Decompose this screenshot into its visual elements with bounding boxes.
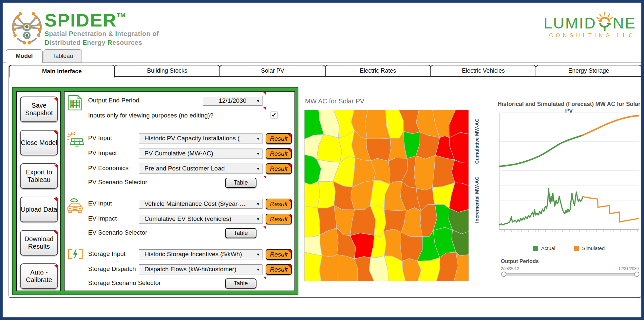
model-controls-panel: Output End Period 12/1/2030▼ Inputs only… — [64, 91, 295, 291]
chevron-down-icon: ▼ — [256, 99, 260, 103]
pv-impact-dropdown[interactable]: PV Cumulative (MW-AC)▼ — [139, 149, 262, 158]
slider-end-handle[interactable] — [634, 272, 639, 277]
brand-tagline-line1: Spatial Penetration & Integration of — [45, 29, 159, 38]
legend-swatch — [533, 246, 538, 251]
storage-input-dropdown[interactable]: Historic Storage Incentives ($/kWh)▼ — [139, 249, 262, 259]
control-panel: Save SnapshotClose ModelExport to Tablea… — [12, 87, 298, 295]
comment-indicator — [263, 107, 266, 110]
brand-text: SPIDERTM Spatial Penetration & Integrati… — [45, 11, 159, 47]
close-model-button[interactable]: Close Model — [20, 130, 58, 155]
chevron-down-icon: ▼ — [256, 252, 260, 257]
view-only-label: Inputs only for viewing purposes (no edi… — [88, 112, 213, 119]
comment-indicator — [54, 231, 57, 234]
view-only-checkbox[interactable] — [271, 112, 277, 118]
brand-name: SPIDERTM — [45, 11, 159, 29]
comment-indicator — [263, 277, 266, 280]
actual-series-line — [499, 135, 583, 167]
ev-impact-result-button[interactable]: Result — [266, 214, 292, 224]
comment-indicator — [54, 98, 57, 101]
button-label: Save Snapshot — [21, 102, 57, 117]
solar-panel-icon — [66, 132, 85, 149]
tab-electric-vehicles[interactable]: Electric Vehicles — [430, 65, 537, 77]
dropdown-value: Historic PV Capacity Installations (… — [144, 135, 246, 142]
pv-economics-dropdown[interactable]: Pre and Post Customer Load▼ — [139, 164, 262, 173]
map-region[interactable] — [304, 252, 322, 281]
tab-model[interactable]: Model — [6, 49, 43, 63]
button-label: Auto - Calibrate — [21, 269, 57, 284]
tab-main-interface[interactable]: Main Interface — [9, 65, 115, 78]
button-label: Close Model — [21, 139, 57, 147]
legend-label: Actual — [541, 245, 555, 251]
output-end-period-dropdown[interactable]: 12/1/2030▼ — [203, 96, 262, 106]
tab-energy-storage[interactable]: Energy Storage — [536, 65, 642, 77]
action-buttons-panel: Save SnapshotClose ModelExport to Tablea… — [16, 91, 61, 291]
storage-input-result-button[interactable]: Result — [266, 249, 292, 260]
storage-dispatch-result-button[interactable]: Result — [266, 264, 292, 275]
storage-scenario-selector-table-button[interactable]: Table — [225, 278, 256, 289]
map-region[interactable] — [417, 258, 440, 281]
download-results-button[interactable]: Download Results — [20, 230, 58, 256]
model-tab-content: Main InterfaceBuilding StocksSolar PVEle… — [9, 65, 641, 298]
tab-solar-pv[interactable]: Solar PV — [219, 65, 326, 77]
pv-economics-result-button[interactable]: Result — [266, 163, 292, 174]
comment-indicator — [288, 134, 291, 137]
tab-building-stocks[interactable]: Building Stocks — [114, 65, 220, 77]
ev-input-result-button[interactable]: Result — [266, 199, 292, 209]
pv-scenario-selector-label: PV Scenario Selector — [88, 179, 147, 186]
tab-row-divider — [3, 62, 641, 63]
legend-swatch — [574, 246, 579, 251]
dropdown-value: Pre and Post Customer Load — [144, 165, 225, 172]
comment-indicator — [54, 265, 57, 268]
comment-indicator — [54, 198, 57, 201]
export-to-tableau-button[interactable]: Export to Tableau — [20, 163, 58, 189]
pv-economics-label: PV Economics — [88, 165, 129, 172]
battery-icon — [67, 248, 84, 260]
pv-input-dropdown[interactable]: Historic PV Capacity Installations (…▼ — [139, 133, 262, 143]
pv-impact-result-button[interactable]: Result — [266, 148, 292, 159]
auto-calibrate-button[interactable]: Auto - Calibrate — [20, 263, 58, 289]
output-periods-slider[interactable] — [503, 273, 637, 276]
chevron-down-icon: ▼ — [256, 202, 260, 206]
sheet-tabs: Main InterfaceBuilding StocksSolar PVEle… — [9, 65, 641, 77]
sun-cycle-icon — [596, 12, 614, 31]
chevron-down-icon: ▼ — [256, 151, 260, 156]
workbook-tabs: ModelTableau — [6, 49, 83, 63]
legend-item-simulated[interactable]: Simulated — [574, 245, 605, 251]
tab-electric-rates[interactable]: Electric Rates — [325, 65, 431, 77]
app-window: SPIDERTM Spatial Penetration & Integrati… — [0, 0, 644, 320]
pv-input-result-button[interactable]: Result — [266, 133, 292, 144]
map-region[interactable] — [319, 255, 337, 281]
chevron-down-icon: ▼ — [256, 217, 260, 222]
save-snapshot-button[interactable]: Save Snapshot — [20, 97, 58, 122]
actual-series-line — [499, 188, 583, 225]
comment-indicator — [288, 250, 291, 253]
slider-start-handle[interactable] — [501, 272, 506, 277]
comment-indicator — [263, 92, 266, 95]
tab-tableau[interactable]: Tableau — [44, 49, 82, 63]
storage-dispatch-dropdown[interactable]: Dispatch Flows (kW-hr/customer)▼ — [139, 264, 262, 274]
map-region[interactable] — [304, 235, 322, 256]
map-region[interactable] — [414, 155, 435, 190]
pv-scenario-selector-table-button[interactable]: Table — [225, 178, 256, 188]
storage-scenario-selector-label: Storage Scenario Selector — [88, 279, 161, 287]
ev-scenario-selector-table-button[interactable]: Table — [225, 228, 256, 238]
map-region[interactable] — [304, 181, 320, 208]
upload-data-button[interactable]: Upload Data — [20, 197, 58, 222]
ev-impact-dropdown[interactable]: Cumulative EV Stock (vehicles)▼ — [139, 214, 262, 224]
chevron-down-icon: ▼ — [256, 136, 260, 141]
dropdown-value: Vehicle Maintenance Cost ($/year-… — [144, 200, 246, 207]
comment-indicator — [54, 131, 57, 134]
legend-item-actual[interactable]: Actual — [533, 245, 555, 251]
button-label: Upload Data — [21, 206, 57, 213]
comment-indicator — [263, 176, 266, 179]
comment-indicator — [288, 265, 291, 268]
map-region[interactable] — [367, 138, 391, 161]
ev-input-dropdown[interactable]: Vehicle Maintenance Cost ($/year-…▼ — [139, 199, 262, 209]
check-icon — [271, 112, 276, 117]
solar-pv-choropleth-map[interactable] — [304, 110, 469, 281]
map-region[interactable] — [432, 155, 455, 188]
cumulative-axis-label: Cumulative MW-AC — [474, 112, 480, 170]
map-region[interactable] — [317, 181, 335, 208]
storage-input-label: Storage Input — [88, 250, 125, 258]
comment-indicator — [288, 200, 291, 203]
